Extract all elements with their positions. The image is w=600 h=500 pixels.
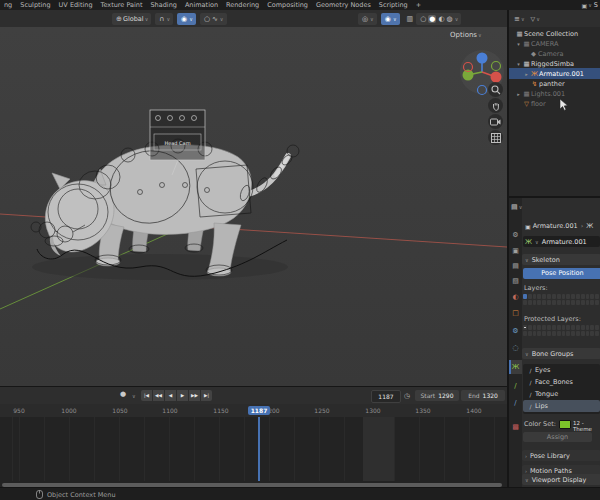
expand-icon[interactable]: ▸ <box>523 71 530 77</box>
workspace-tab-rendering[interactable]: Rendering <box>222 0 263 10</box>
bone-group-item[interactable]: ∕ Tongue <box>523 388 600 400</box>
axis-x-handle[interactable] <box>491 72 502 83</box>
workspace-tab-geometry-nodes[interactable]: Geometry Nodes <box>312 0 375 10</box>
orientation-label: Global <box>123 15 144 23</box>
id-datablock-field[interactable]: Ж ∨ Armature.001 <box>523 236 600 247</box>
tab-world-icon[interactable]: ◐ <box>509 290 522 304</box>
grid-icon <box>491 133 501 143</box>
magnet-icon: ∩ <box>159 15 164 23</box>
ortho-toggle-button[interactable] <box>488 130 503 145</box>
camera-view-button[interactable] <box>488 114 503 129</box>
tab-modifiers-icon[interactable]: ⚙ <box>509 324 522 338</box>
rig-panel-label: Head Cam <box>164 140 190 146</box>
snap-icon: ◉ <box>181 15 187 23</box>
record-button[interactable]: ● <box>120 390 126 398</box>
shading-solid-icon[interactable]: ● <box>428 15 436 23</box>
skeleton-section-header[interactable]: ∨ Skeleton <box>522 254 600 265</box>
breadcrumb-object[interactable]: Armature.001 <box>533 222 578 230</box>
workspace-tab-animation[interactable]: Animation <box>181 0 222 10</box>
frame-start-field[interactable]: Start 1290 <box>415 390 459 401</box>
scene-icon[interactable]: ▣ <box>582 2 588 9</box>
properties-editor-icon: ▤ <box>511 203 518 211</box>
playhead-line[interactable] <box>258 417 260 481</box>
shading-wireframe-icon[interactable]: ○ <box>420 15 426 23</box>
scene-name-truncated[interactable]: S <box>594 1 598 9</box>
tab-physics-icon[interactable]: ◌ <box>509 341 522 355</box>
workspace-tab-texture-paint[interactable]: Texture Paint <box>97 0 147 10</box>
expand-icon[interactable]: ▾ <box>515 61 522 67</box>
jump-to-start-button[interactable]: |◀ <box>141 390 152 401</box>
outliner-display-mode-icon[interactable]: ≡ <box>514 15 520 23</box>
navigation-gizmo[interactable] <box>452 39 512 101</box>
bone-groups-section-header[interactable]: ∨ Bone Groups <box>522 348 600 359</box>
current-frame-field[interactable]: 1187 <box>371 390 401 403</box>
workspace-tab-scripting[interactable]: Scripting <box>375 0 412 10</box>
bone-group-item[interactable]: ∕ Eyes <box>523 364 600 376</box>
bone-group-label: Lips <box>535 402 548 410</box>
tab-bone-icon[interactable]: ∕ <box>509 379 522 393</box>
expand-icon[interactable]: ▸ <box>515 91 522 97</box>
playhead-badge[interactable]: 1187 <box>248 406 270 415</box>
workspace-tab-sculpting[interactable]: Sculpting <box>16 0 54 10</box>
prev-keyframe-button[interactable]: ◀◀ <box>153 390 164 401</box>
play-button[interactable]: ▶ <box>177 390 188 401</box>
pan-button[interactable] <box>488 98 503 113</box>
transform-orientation-dropdown[interactable]: ⊕ Global ∨ <box>112 13 151 25</box>
pose-position-button[interactable]: Pose Position <box>523 268 600 279</box>
bone-group-item[interactable]: ∕ Face_Bones <box>523 376 600 388</box>
bone-group-item-selected[interactable]: ∕ Lips <box>523 400 600 412</box>
snap-toggle-button[interactable]: ◉ ∨ <box>177 13 196 25</box>
color-set-swatch[interactable] <box>559 420 571 429</box>
pose-library-section-header[interactable]: › Pose Library <box>522 450 600 461</box>
color-set-value[interactable]: 12 - Theme <box>573 420 600 432</box>
editor-type-button[interactable]: ▤ ∨ <box>511 203 522 211</box>
workspace-tab-shading[interactable]: Shading <box>146 0 180 10</box>
start-value: 1290 <box>438 392 453 399</box>
protected-layers-grid[interactable] <box>523 325 599 336</box>
workspace-tab[interactable]: ng <box>0 0 16 10</box>
overlays-dropdown[interactable]: ◉ ∨ <box>381 13 400 25</box>
gizmos-dropdown[interactable]: ◎ ∨ <box>358 13 377 25</box>
tab-object-data-icon[interactable]: Ж <box>509 360 522 374</box>
options-label: Options <box>450 31 477 39</box>
timeline-tracks[interactable] <box>0 417 507 481</box>
axis-z-handle[interactable] <box>477 53 488 64</box>
shading-rendered-icon[interactable]: ◍ <box>447 15 453 23</box>
add-workspace-button[interactable]: + <box>412 0 425 10</box>
snapping-dropdown[interactable]: ∩ ∨ <box>155 13 173 25</box>
play-reverse-button[interactable]: ◀ <box>165 390 176 401</box>
expand-icon[interactable]: ▾ <box>515 41 522 47</box>
xray-toggle-icon[interactable]: ▥ <box>407 15 414 23</box>
armature-icon[interactable]: Ж <box>586 222 593 230</box>
proportional-editing-dropdown[interactable]: ○ ∿ ∨ <box>200 13 227 25</box>
options-button[interactable]: Options ∨ <box>450 31 482 39</box>
zoom-button[interactable] <box>488 82 503 97</box>
tab-render-icon[interactable]: ▣ <box>509 244 522 258</box>
armature-layers-grid[interactable] <box>523 294 599 305</box>
tab-tool-icon[interactable]: ⚙ <box>509 228 522 242</box>
viewport-display-section-header[interactable]: ∨ Viewport Display <box>522 474 600 485</box>
assign-button[interactable]: Assign <box>523 432 592 442</box>
ruler-tick-label: 950 <box>7 404 31 417</box>
tab-object-icon[interactable]: □ <box>509 306 522 320</box>
tab-texture-icon[interactable]: ▩ <box>509 420 522 434</box>
jump-to-end-button[interactable]: ▶| <box>201 390 212 401</box>
outliner-row-floor[interactable]: ▽ floor ▽ <box>509 98 600 109</box>
tab-bone-constraint-icon[interactable]: ∕ <box>509 396 522 410</box>
viewport-3d[interactable]: Head Cam Options ∨ <box>0 27 507 386</box>
clock-icon[interactable]: ◷ <box>404 392 410 400</box>
next-keyframe-button[interactable]: ▶▶ <box>189 390 200 401</box>
row-label: Armature.001 <box>539 70 584 78</box>
workspace-tab-compositing[interactable]: Compositing <box>263 0 312 10</box>
workspace-tab-uv-editing[interactable]: UV Editing <box>55 0 97 10</box>
filter-icon[interactable]: ▽ <box>531 15 536 22</box>
timeline-ruler[interactable]: 950 1000 1050 1100 1150 1200 1250 1300 1… <box>0 404 507 418</box>
tab-output-icon[interactable]: ▤ <box>509 259 522 273</box>
collection-icon: ▦ <box>522 40 531 48</box>
timeline-editor: ● ∨ |◀ ◀◀ ◀ ▶ ▶▶ ▶| 1187 ◷ Start 1290 En… <box>0 386 507 488</box>
tab-view-layer-icon[interactable]: ▧ <box>509 274 522 288</box>
ruler-tick-label: 1050 <box>108 404 132 417</box>
frame-end-field[interactable]: End 1320 <box>461 390 505 401</box>
chevron-down-icon: ∨ <box>525 477 529 483</box>
shading-material-icon[interactable]: ◐ <box>438 15 444 23</box>
